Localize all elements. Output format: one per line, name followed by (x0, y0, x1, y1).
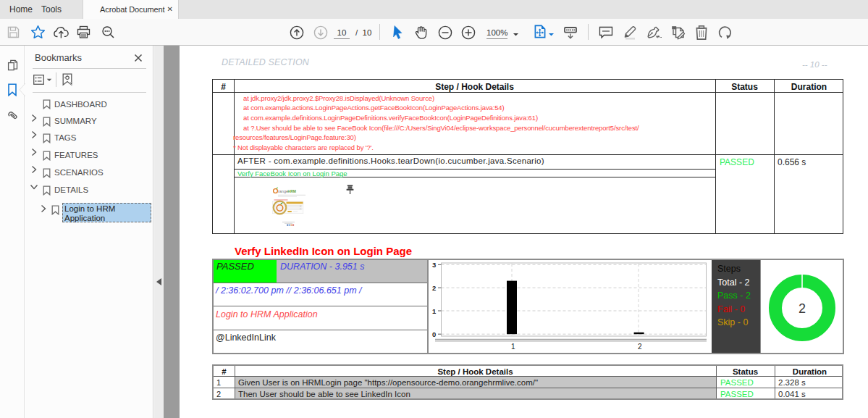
svg-text:HRM: HRM (288, 189, 296, 193)
svg-text:1: 1 (511, 343, 515, 351)
svg-text:2: 2 (798, 301, 805, 316)
svg-text:1: 1 (432, 307, 437, 315)
svg-text:3: 3 (432, 261, 436, 269)
svg-text:range: range (278, 189, 288, 193)
svg-text:2: 2 (638, 343, 642, 351)
svg-text:2: 2 (432, 284, 436, 292)
svg-text:0: 0 (432, 330, 436, 338)
